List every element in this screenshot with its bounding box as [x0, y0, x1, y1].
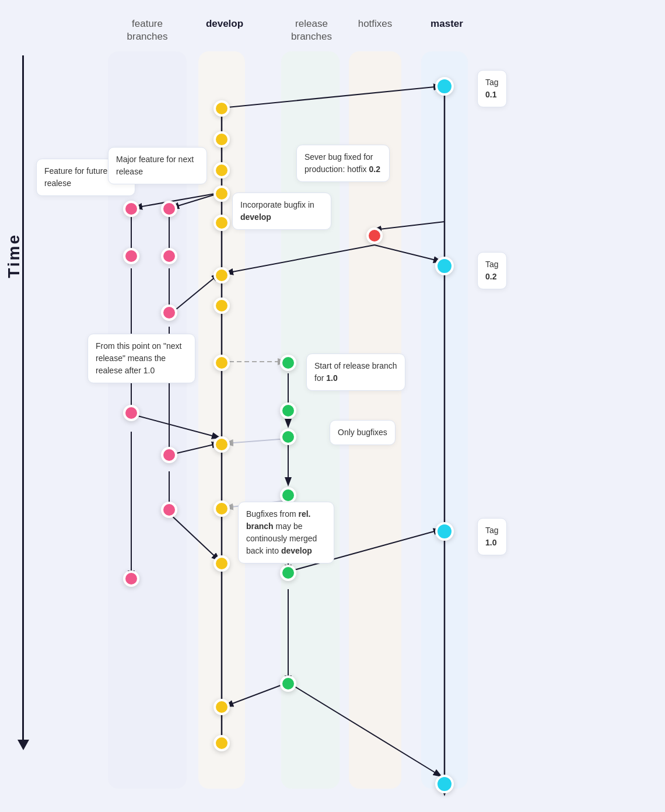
node-develop-1: [214, 100, 230, 117]
node-develop-9: [214, 436, 230, 453]
node-develop-5: [214, 215, 230, 231]
col-header-feature: featurebranches: [114, 18, 181, 43]
node-develop-4: [214, 186, 230, 202]
node-feat2-2: [161, 248, 177, 264]
node-develop-10: [214, 501, 230, 517]
col-header-develop: develop: [201, 18, 248, 30]
node-develop-2: [214, 131, 230, 148]
node-rel-1: [280, 355, 296, 371]
annotation-incorporate: Incorporate bugfix in develop: [232, 192, 331, 230]
col-shade-master: [421, 51, 468, 789]
diagram-container: Time featurebranches develop releasebran…: [0, 0, 665, 812]
node-feat1-2: [123, 248, 139, 264]
node-feat2-4: [161, 447, 177, 463]
node-rel-5: [280, 565, 296, 581]
node-develop-6: [214, 267, 230, 284]
node-develop-7: [214, 298, 230, 314]
annotation-bugfixes-from: Bugfixes from rel. branch may be contino…: [238, 502, 334, 564]
node-master-01: [435, 77, 454, 96]
node-rel-2: [280, 402, 296, 419]
node-master-10: [435, 522, 454, 541]
node-feat1-1: [123, 201, 139, 217]
time-axis: [22, 55, 24, 744]
annotation-sever-bug: Sever bug fixed for production: hotfix 0…: [296, 145, 390, 182]
node-develop-end: [214, 735, 230, 751]
annotation-major-feature: Major feature for next release: [108, 147, 207, 184]
node-develop-11: [214, 555, 230, 572]
node-develop-8: [214, 355, 230, 371]
node-hotfix-1: [366, 228, 383, 244]
node-rel-4: [280, 487, 296, 503]
col-header-master: master: [424, 18, 470, 30]
annotation-start-release: Start of release branch for 1.0: [306, 354, 405, 391]
annotation-tag-01: Tag0.1: [477, 70, 507, 107]
node-master-end: [435, 775, 454, 793]
col-header-hotfixes: hotfixes: [352, 18, 398, 30]
time-arrow: [18, 740, 29, 750]
time-label: Time: [5, 233, 23, 278]
annotation-from-this-point: From this point on "next release" means …: [88, 334, 195, 383]
node-rel-3: [280, 429, 296, 445]
node-feat1-4: [123, 570, 139, 587]
node-feat2-3: [161, 304, 177, 321]
node-feat2-1: [161, 201, 177, 217]
node-develop-3: [214, 162, 230, 178]
node-master-02: [435, 257, 454, 275]
annotation-tag-10: Tag1.0: [477, 518, 507, 555]
node-rel-6: [280, 676, 296, 692]
annotation-only-bugfixes: Only bugfixes: [330, 420, 396, 445]
node-develop-12: [214, 699, 230, 715]
col-header-release: releasebranches: [282, 18, 341, 43]
node-feat1-3: [123, 405, 139, 421]
node-feat2-5: [161, 502, 177, 518]
annotation-tag-02: Tag0.2: [477, 252, 507, 289]
